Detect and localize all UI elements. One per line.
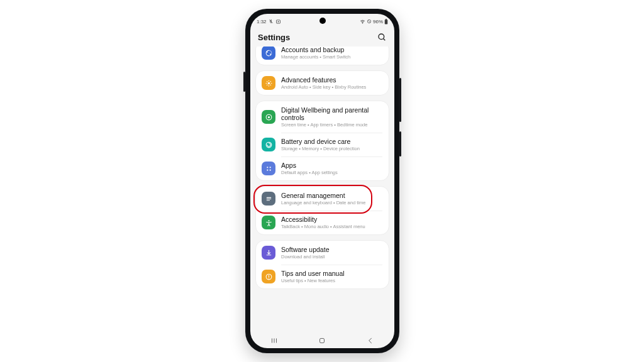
accounts-icon: [262, 47, 275, 60]
status-time: 1:32: [257, 19, 267, 25]
settings-row-devicecare[interactable]: Battery and device careStorage • Memory …: [256, 133, 389, 156]
status-bar: 1:32 96%: [250, 14, 394, 28]
swupdate-icon: [262, 246, 275, 260]
dnd-icon: [367, 19, 372, 24]
phone-frame: 1:32 96%: [245, 9, 399, 353]
volume-button: [399, 78, 401, 122]
accessibility-icon: [262, 216, 275, 229]
svg-point-14: [268, 220, 269, 221]
apps-icon: [262, 162, 275, 175]
settings-group: Digital Wellbeing and parental controlsS…: [255, 101, 389, 181]
tips-icon: [262, 270, 275, 283]
power-button: [399, 131, 401, 156]
settings-row-accessibility[interactable]: AccessibilityTalkBack • Mono audio • Ass…: [256, 211, 389, 234]
general-icon: [262, 192, 275, 206]
settings-row-label: Accessibility: [281, 216, 383, 223]
settings-row-subtitle: TalkBack • Mono audio • Assistant menu: [281, 224, 383, 229]
svg-point-8: [267, 116, 269, 118]
settings-row-tips[interactable]: Tips and user manualUseful tips • New fe…: [256, 265, 389, 288]
svg-point-1: [362, 23, 363, 23]
settings-row-subtitle: Screen time • App timers • Bedtime mode: [281, 122, 383, 128]
settings-row-advanced[interactable]: Advanced featuresAndroid Auto • Side key…: [256, 71, 389, 95]
svg-rect-4: [386, 19, 387, 19]
side-button: [243, 72, 245, 92]
svg-point-13: [269, 169, 270, 170]
settings-row-label: Advanced features: [281, 76, 383, 84]
svg-point-6: [267, 82, 269, 84]
nav-home-button[interactable]: [309, 336, 335, 345]
svg-point-16: [268, 278, 269, 278]
settings-row-subtitle: Storage • Memory • Device protection: [281, 146, 383, 151]
svg-point-12: [267, 169, 268, 170]
settings-group: Software updateDownload and installTips …: [255, 240, 389, 289]
settings-row-accounts[interactable]: Accounts and backupManage accounts • Sma…: [256, 47, 389, 65]
settings-row-general[interactable]: General managementLanguage and keyboard …: [256, 187, 389, 211]
nav-recents-button[interactable]: [262, 336, 287, 345]
settings-row-label: General management: [281, 192, 383, 199]
settings-row-wellbeing[interactable]: Digital Wellbeing and parental controlsS…: [256, 101, 389, 133]
search-button[interactable]: [377, 32, 387, 42]
settings-row-subtitle: Manage accounts • Smart Switch: [281, 54, 383, 60]
settings-header: Settings: [250, 28, 394, 47]
navigation-bar: [250, 333, 394, 348]
settings-row-subtitle: Android Auto • Side key • Bixby Routines: [281, 84, 383, 90]
settings-group: General managementLanguage and keyboard …: [255, 186, 389, 235]
wifi-icon: [360, 19, 365, 25]
status-battery-text: 96%: [373, 19, 383, 25]
settings-row-label: Battery and device care: [281, 138, 383, 145]
settings-row-label: Digital Wellbeing and parental controls: [281, 106, 383, 121]
svg-rect-3: [385, 19, 388, 24]
settings-row-subtitle: Useful tips • New features: [281, 278, 383, 283]
wellbeing-icon: [262, 110, 275, 124]
settings-row-label: Tips and user manual: [281, 270, 383, 277]
mute-icon: [269, 19, 274, 24]
settings-group: Accounts and backupManage accounts • Sma…: [255, 47, 389, 65]
settings-row-label: Software update: [281, 246, 383, 253]
settings-group: Advanced featuresAndroid Auto • Side key…: [255, 70, 389, 96]
svg-point-11: [269, 167, 270, 168]
settings-row-label: Accounts and backup: [281, 47, 383, 53]
settings-row-swupdate[interactable]: Software updateDownload and install: [256, 241, 389, 265]
settings-row-subtitle: Default apps • App settings: [281, 170, 383, 175]
nav-back-button[interactable]: [358, 336, 383, 345]
svg-point-10: [267, 167, 268, 168]
media-icon: [275, 19, 281, 25]
svg-rect-17: [320, 339, 325, 343]
devicecare-icon: [262, 138, 275, 151]
page-title: Settings: [258, 33, 290, 42]
settings-list: Accounts and backupManage accounts • Sma…: [250, 47, 394, 333]
screen: 1:32 96%: [250, 14, 394, 348]
advanced-icon: [262, 76, 275, 90]
svg-point-5: [379, 34, 384, 40]
battery-icon: [384, 19, 388, 25]
settings-row-subtitle: Language and keyboard • Date and time: [281, 200, 383, 206]
settings-row-subtitle: Download and install: [281, 254, 383, 260]
settings-row-apps[interactable]: AppsDefault apps • App settings: [256, 156, 389, 180]
settings-row-label: Apps: [281, 162, 383, 169]
